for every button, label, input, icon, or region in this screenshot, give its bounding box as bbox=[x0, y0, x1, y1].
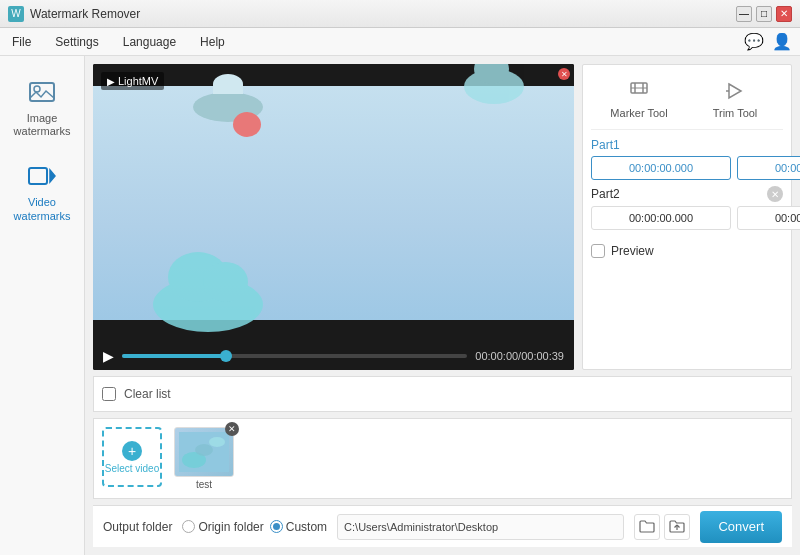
convert-button[interactable]: Convert bbox=[700, 511, 782, 543]
part2-start-input[interactable] bbox=[591, 206, 731, 230]
origin-folder-radio-circle bbox=[182, 520, 195, 533]
add-icon: + bbox=[122, 441, 142, 461]
wm-play-icon: ▶ bbox=[107, 76, 115, 87]
svg-point-1 bbox=[34, 86, 40, 92]
part1-start-input[interactable] bbox=[591, 156, 731, 180]
ufo-dome bbox=[213, 74, 243, 94]
app-icon: W bbox=[8, 6, 24, 22]
origin-folder-radio[interactable]: Origin folder bbox=[182, 520, 263, 534]
title-text: Watermark Remover bbox=[30, 7, 736, 21]
progress-bar[interactable] bbox=[122, 354, 467, 358]
ufo-ball bbox=[233, 112, 261, 137]
preview-label: Preview bbox=[611, 244, 654, 258]
title-bar: W Watermark Remover — □ ✕ bbox=[0, 0, 800, 28]
sidebar-item-image-watermarks[interactable]: Image watermarks bbox=[5, 66, 80, 146]
trim-tool-label: Trim Tool bbox=[713, 107, 758, 119]
thumbnail-remove-icon[interactable]: ✕ bbox=[225, 422, 239, 436]
cloud-left bbox=[153, 277, 263, 332]
thumbnails-row: + Select video ✕ test bbox=[93, 418, 792, 499]
marker-tool-label: Marker Tool bbox=[610, 107, 667, 119]
video-thumbnail: ✕ test bbox=[174, 427, 234, 490]
folder-buttons bbox=[634, 514, 690, 540]
svg-marker-3 bbox=[50, 170, 55, 182]
open-folder-button[interactable] bbox=[634, 514, 660, 540]
sidebar-label-video: Video watermarks bbox=[11, 196, 74, 222]
title-bar-controls: — □ ✕ bbox=[736, 6, 792, 22]
preview-checkbox[interactable] bbox=[591, 244, 605, 258]
menu-file[interactable]: File bbox=[8, 31, 35, 53]
trim-tool-tab[interactable]: Trim Tool bbox=[687, 73, 783, 123]
thumbnail-image[interactable] bbox=[174, 427, 234, 477]
file-list-row: Clear list bbox=[93, 376, 792, 412]
add-video-button[interactable]: + Select video bbox=[102, 427, 162, 487]
video-watermark-icon bbox=[24, 158, 60, 194]
tool-tabs: Marker Tool Trim Tool bbox=[591, 73, 783, 130]
menu-settings[interactable]: Settings bbox=[51, 31, 102, 53]
custom-folder-label: Custom bbox=[286, 520, 327, 534]
watermark-text: LightMV bbox=[118, 75, 158, 87]
video-panel-row: ▶ LightMV ✕ ▶ 00:00:00/00:00:39 bbox=[93, 64, 792, 370]
trim-tool-icon bbox=[721, 77, 749, 105]
preview-row: Preview bbox=[591, 244, 783, 258]
chat-icon[interactable]: 💬 bbox=[744, 32, 764, 52]
svg-rect-2 bbox=[29, 168, 47, 184]
part1-label: Part1 bbox=[591, 138, 783, 152]
menu-right-icons: 💬 👤 bbox=[744, 32, 792, 52]
close-button[interactable]: ✕ bbox=[776, 6, 792, 22]
menu-language[interactable]: Language bbox=[119, 31, 180, 53]
part1-times bbox=[591, 156, 783, 180]
scene-background bbox=[93, 86, 574, 320]
marker-tool-tab[interactable]: Marker Tool bbox=[591, 73, 687, 123]
image-watermark-icon bbox=[24, 74, 60, 110]
progress-filled bbox=[122, 354, 226, 358]
svg-point-13 bbox=[195, 444, 213, 456]
content-area: ▶ LightMV ✕ ▶ 00:00:00/00:00:39 bbox=[85, 56, 800, 555]
menu-bar: File Settings Language Help 💬 👤 bbox=[0, 28, 800, 56]
cloud-right bbox=[464, 69, 524, 104]
svg-point-12 bbox=[209, 437, 225, 447]
video-display: ▶ LightMV ✕ bbox=[93, 64, 574, 342]
svg-marker-8 bbox=[729, 84, 741, 98]
browse-folder-button[interactable] bbox=[664, 514, 690, 540]
clear-list-checkbox[interactable] bbox=[102, 387, 116, 401]
part2-times bbox=[591, 206, 783, 230]
main-layout: Image watermarks Video watermarks bbox=[0, 56, 800, 555]
svg-rect-0 bbox=[30, 83, 54, 101]
part1-end-input[interactable] bbox=[737, 156, 800, 180]
watermark-overlay: ▶ LightMV bbox=[101, 72, 164, 90]
clear-list-label: Clear list bbox=[124, 387, 171, 401]
time-display: 00:00:00/00:00:39 bbox=[475, 350, 564, 362]
marker-tool-icon bbox=[625, 77, 653, 105]
progress-thumb[interactable] bbox=[220, 350, 232, 362]
thumbnail-name: test bbox=[196, 479, 212, 490]
part2-header: Part2 ✕ bbox=[591, 186, 783, 202]
player-controls: ▶ 00:00:00/00:00:39 bbox=[93, 342, 574, 370]
watermark-close-icon[interactable]: ✕ bbox=[558, 68, 570, 80]
maximize-button[interactable]: □ bbox=[756, 6, 772, 22]
minimize-button[interactable]: — bbox=[736, 6, 752, 22]
part2-label: Part2 bbox=[591, 187, 767, 201]
origin-folder-label: Origin folder bbox=[198, 520, 263, 534]
add-video-label: Select video bbox=[105, 463, 159, 474]
bottom-bar: Output folder Origin folder Custom bbox=[93, 505, 792, 547]
sidebar-item-video-watermarks[interactable]: Video watermarks bbox=[5, 150, 80, 230]
sidebar: Image watermarks Video watermarks bbox=[0, 56, 85, 555]
user-icon[interactable]: 👤 bbox=[772, 32, 792, 52]
custom-folder-radio-circle bbox=[270, 520, 283, 533]
part2-section: Part2 ✕ bbox=[591, 186, 783, 230]
part1-section: Part1 bbox=[591, 138, 783, 180]
menu-help[interactable]: Help bbox=[196, 31, 229, 53]
right-panel: Marker Tool Trim Tool Part1 bbox=[582, 64, 792, 370]
play-button[interactable]: ▶ bbox=[103, 348, 114, 364]
part2-end-input[interactable] bbox=[737, 206, 800, 230]
video-player: ▶ LightMV ✕ ▶ 00:00:00/00:00:39 bbox=[93, 64, 574, 370]
output-path-input[interactable] bbox=[337, 514, 624, 540]
part2-delete-button[interactable]: ✕ bbox=[767, 186, 783, 202]
radio-group: Origin folder Custom bbox=[182, 520, 327, 534]
output-folder-label: Output folder bbox=[103, 520, 172, 534]
custom-folder-radio[interactable]: Custom bbox=[270, 520, 327, 534]
sidebar-label-image: Image watermarks bbox=[11, 112, 74, 138]
